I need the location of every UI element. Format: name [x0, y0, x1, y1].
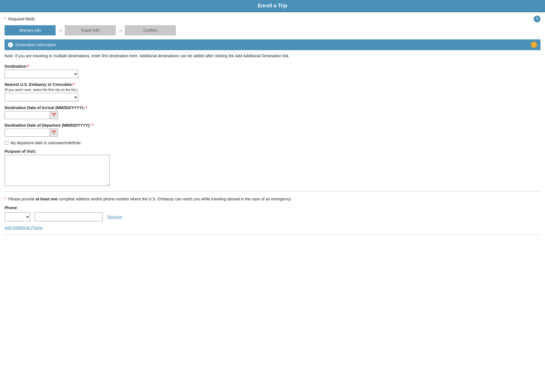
- embassy-hint: (If you aren't sure, select the first ci…: [5, 88, 540, 92]
- unknown-departure-row: My departure date is unknown/indefinite.: [5, 141, 540, 145]
- remove-phone-link[interactable]: Remove: [107, 215, 122, 219]
- emergency-note-text2: complete address and/or phone number whe…: [59, 197, 292, 201]
- required-fields-text: * Required fields: [5, 17, 35, 21]
- required-star: *: [5, 17, 6, 21]
- required-note-text: Required fields: [8, 17, 35, 21]
- arrow-1: →: [57, 27, 63, 34]
- departure-label: Destination Date of Departure (MM/DD/YYY…: [5, 123, 540, 128]
- divider-1: [5, 191, 540, 192]
- arrival-label-text: Destination Date of Arrival (MM/DD/YYYY)…: [5, 105, 85, 110]
- divider-2: [5, 234, 540, 235]
- required-fields-row: * Required fields ?: [5, 16, 540, 22]
- section-header-left: – Destination Information: [8, 42, 56, 47]
- purpose-textarea[interactable]: [5, 155, 110, 186]
- destination-label-text: Destination:: [5, 64, 28, 69]
- step-confirm-button[interactable]: Confirm: [125, 25, 176, 35]
- emergency-note: * Please provide at least one complete a…: [5, 196, 540, 202]
- purpose-group: Purpose of Visit:: [5, 149, 540, 187]
- add-additional-phone-link[interactable]: Add Additional Phone: [5, 225, 43, 230]
- arrival-date-input-wrapper: 📅: [5, 111, 540, 119]
- embassy-required-star: *: [73, 82, 75, 87]
- phone-number-input[interactable]: [35, 212, 103, 221]
- destination-select[interactable]: [5, 70, 78, 78]
- emergency-note-text1: Please provide: [8, 197, 36, 201]
- departure-label-text: Destination Date of Departure (MM/DD/YYY…: [5, 123, 91, 128]
- departure-date-input-wrapper: 📅: [5, 129, 540, 137]
- phone-label: Phone:: [5, 205, 540, 210]
- purpose-label: Purpose of Visit:: [5, 149, 540, 154]
- arrow-2: →: [117, 27, 123, 34]
- collapse-icon[interactable]: –: [8, 42, 13, 47]
- destination-required-star: *: [28, 64, 29, 69]
- arrival-calendar-button[interactable]: 📅: [50, 111, 58, 119]
- phone-type-select[interactable]: [5, 212, 30, 221]
- arrival-date-group: Destination Date of Arrival (MM/DD/YYYY)…: [5, 105, 540, 119]
- phone-row: Remove: [5, 212, 540, 221]
- embassy-label-text: Nearest U.S. Embassy or Consulate:: [5, 82, 73, 87]
- help-icon[interactable]: ?: [534, 16, 540, 22]
- embassy-select[interactable]: [5, 93, 78, 101]
- header-title: Enroll a Trip: [258, 3, 287, 9]
- departure-date-group: Destination Date of Departure (MM/DD/YYY…: [5, 123, 540, 137]
- departure-required-star: *: [92, 123, 93, 128]
- arrival-label: Destination Date of Arrival (MM/DD/YYYY)…: [5, 105, 540, 110]
- emergency-note-bold: at least one: [36, 197, 58, 201]
- warning-icon: !: [531, 42, 537, 48]
- embassy-label: Nearest U.S. Embassy or Consulate:*: [5, 82, 540, 87]
- step-travel-button[interactable]: Travel Info: [65, 25, 116, 35]
- emergency-star: *: [5, 197, 6, 201]
- embassy-group: Nearest U.S. Embassy or Consulate:* (If …: [5, 82, 540, 101]
- unknown-departure-label: My departure date is unknown/indefinite.: [10, 141, 82, 145]
- departure-calendar-button[interactable]: 📅: [50, 129, 58, 137]
- step-itinerary-button[interactable]: Itinerary Info: [5, 25, 56, 35]
- destination-label: Destination:*: [5, 64, 540, 69]
- step-navigation: Itinerary Info → Travel Info → Confirm: [5, 25, 540, 35]
- destination-section-header: – Destination Information !: [5, 39, 540, 50]
- arrival-date-input[interactable]: [5, 111, 50, 119]
- unknown-departure-checkbox[interactable]: [5, 141, 8, 145]
- destination-note: Note: If you are traveling to multiple d…: [5, 53, 540, 59]
- arrival-required-star: *: [86, 105, 87, 110]
- section-title: Destination Information: [15, 43, 56, 47]
- departure-date-input[interactable]: [5, 129, 50, 137]
- page-title: Enroll a Trip: [0, 0, 545, 12]
- destination-group: Destination:*: [5, 64, 540, 78]
